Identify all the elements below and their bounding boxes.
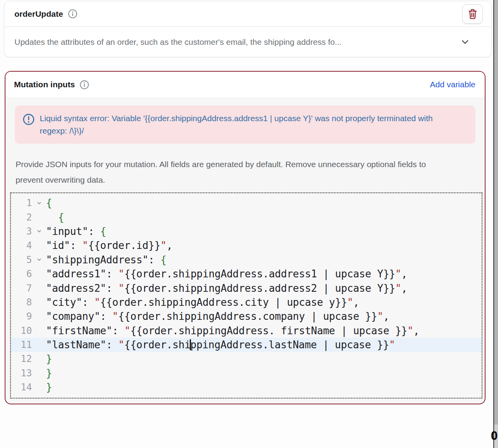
code-content[interactable]: "address1": "{{order.shippingAddress.add… xyxy=(46,268,407,280)
line-number: 10 xyxy=(11,325,32,336)
code-line-11[interactable]: 11"lastName": "{{order.shippingAddress.l… xyxy=(11,338,482,352)
mutation-card-header: Mutation inputs Add variable xyxy=(5,72,485,97)
line-number: 11 xyxy=(11,339,32,350)
alert-circle-icon xyxy=(23,113,35,127)
code-content[interactable]: "city": "{{order.shippingAddress.city | … xyxy=(46,296,359,308)
code-content[interactable]: { xyxy=(46,212,64,223)
add-variable-link[interactable]: Add variable xyxy=(430,80,475,89)
code-content[interactable]: "shippingAddress": { xyxy=(46,254,166,266)
code-line-9[interactable]: 9"company": "{{order.shippingAddress.com… xyxy=(11,309,482,323)
line-number: 7 xyxy=(11,283,32,294)
code-line-14[interactable]: 14} xyxy=(11,380,482,394)
code-line-4[interactable]: 4"id": "{{order.id}}", xyxy=(11,238,482,252)
code-line-6[interactable]: 6"address1": "{{order.shippingAddress.ad… xyxy=(11,267,482,281)
line-number: 14 xyxy=(11,382,32,393)
info-icon[interactable] xyxy=(68,9,78,19)
code-content[interactable]: "id": "{{order.id}}", xyxy=(46,240,173,251)
action-card-header: orderUpdate xyxy=(4,1,491,26)
fold-chevron-icon[interactable] xyxy=(32,228,46,234)
mutation-inputs-title: Mutation inputs xyxy=(14,80,75,89)
clipped-overflow-text: 0 xyxy=(491,430,498,442)
code-content[interactable]: { xyxy=(46,197,52,209)
delete-action-button[interactable] xyxy=(462,4,483,24)
code-content[interactable]: "input": { xyxy=(46,226,106,237)
line-number: 12 xyxy=(11,353,32,364)
json-editor-lines: 1{2 {3"input": {4"id": "{{order.id}}",5"… xyxy=(11,196,482,394)
line-number: 13 xyxy=(11,368,32,379)
code-line-5[interactable]: 5"shippingAddress": { xyxy=(11,253,482,267)
code-line-8[interactable]: 8"city": "{{order.shippingAddress.city |… xyxy=(11,295,482,309)
fold-chevron-icon[interactable] xyxy=(32,257,46,263)
trash-icon xyxy=(468,9,478,19)
code-line-7[interactable]: 7"address2": "{{order.shippingAddress.ad… xyxy=(11,281,482,295)
code-content[interactable]: "address2": "{{order.shippingAddress.add… xyxy=(46,282,407,294)
code-line-10[interactable]: 10"firstName": "{{order.shippingAddress.… xyxy=(11,324,482,338)
code-line-12[interactable]: 12} xyxy=(11,352,482,366)
code-line-13[interactable]: 13} xyxy=(11,366,482,380)
code-content[interactable]: "firstName": "{{order.shippingAddress. f… xyxy=(46,325,419,337)
code-content[interactable]: } xyxy=(46,367,52,379)
code-line-3[interactable]: 3"input": { xyxy=(11,224,482,238)
code-line-2[interactable]: 2 { xyxy=(11,210,482,224)
editor-help-text: Provide JSON inputs for your mutation. A… xyxy=(16,157,447,188)
line-number: 1 xyxy=(11,198,32,208)
fold-chevron-icon[interactable] xyxy=(32,200,46,206)
code-content[interactable]: } xyxy=(46,353,52,365)
line-number: 5 xyxy=(11,254,32,265)
action-description: Updates the attributes of an order, such… xyxy=(14,37,453,47)
action-description-row[interactable]: Updates the attributes of an order, such… xyxy=(4,27,491,57)
code-content[interactable]: } xyxy=(46,381,52,393)
action-title: orderUpdate xyxy=(14,9,63,19)
line-number: 9 xyxy=(11,311,32,322)
line-number: 2 xyxy=(11,212,32,223)
error-message: Liquid syntax error: Variable '{{order.s… xyxy=(40,112,461,137)
line-number: 8 xyxy=(11,297,32,308)
error-banner: Liquid syntax error: Variable '{{order.s… xyxy=(15,106,475,144)
code-content[interactable]: "company": "{{order.shippingAddress.comp… xyxy=(46,310,389,322)
info-icon[interactable] xyxy=(79,80,89,90)
line-number: 6 xyxy=(11,268,32,279)
action-card: orderUpdate Updates the attributes of a xyxy=(4,1,492,57)
chevron-down-icon[interactable] xyxy=(460,37,470,47)
line-number: 3 xyxy=(11,226,32,237)
mutation-inputs-card: Mutation inputs Add variable Liquid synt… xyxy=(5,71,486,404)
json-editor[interactable]: 1{2 {3"input": {4"id": "{{order.id}}",5"… xyxy=(10,192,482,399)
code-line-1[interactable]: 1{ xyxy=(11,196,482,210)
code-content[interactable]: "lastName": "{{order.shippingAddress.las… xyxy=(46,339,395,351)
page-edge-strip: 0 xyxy=(493,0,498,448)
line-number: 4 xyxy=(11,240,32,251)
